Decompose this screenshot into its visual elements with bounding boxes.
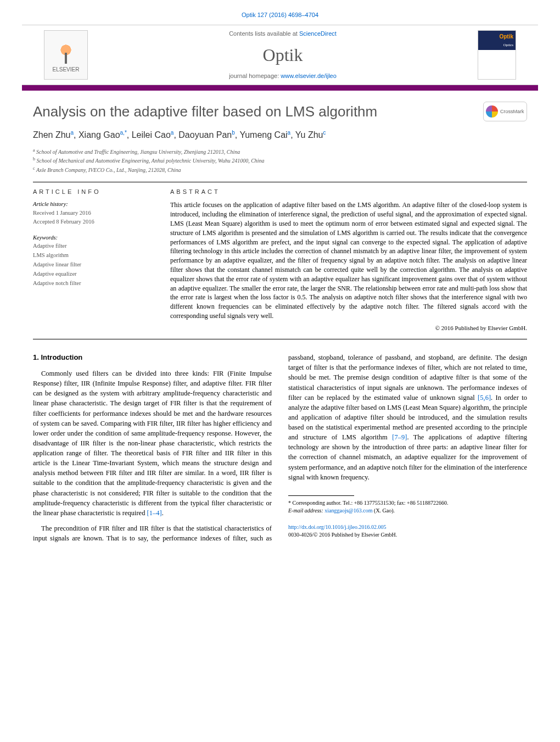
ref-7-9[interactable]: [7–9] — [392, 433, 407, 441]
affiliation: b School of Mechanical and Automotive En… — [33, 156, 527, 165]
crossmark-label: CrossMark — [500, 108, 524, 115]
keyword: LMS algorithm — [33, 251, 154, 260]
history-received: Received 1 January 2016 — [33, 209, 154, 217]
elsevier-text: ELSEVIER — [53, 66, 80, 74]
authors-line: Zhen Zhua, Xiang Gaoa,*, Leilei Caoa, Da… — [33, 129, 527, 142]
history-accepted: Accepted 8 February 2016 — [33, 217, 154, 226]
ref-5-6[interactable]: [5,6] — [478, 394, 491, 401]
intro-p1-text: Commonly used filters can be divided int… — [33, 370, 272, 517]
crossmark-badge[interactable]: CrossMark — [483, 102, 527, 121]
intro-p1: Commonly used filters can be divided int… — [33, 369, 272, 518]
accent-bar — [22, 85, 538, 91]
keywords-title: Keywords: — [33, 234, 154, 242]
keyword: Adaptive filter — [33, 242, 154, 251]
article-history: Article history: Received 1 January 2016… — [33, 200, 154, 226]
divider-top — [33, 182, 527, 182]
keyword: Adaptive equalizer — [33, 270, 154, 279]
keyword: Adaptive notch filter — [33, 279, 154, 288]
footnote-rule — [288, 495, 354, 496]
abstract-copyright: © 2016 Published by Elsevier GmbH. — [170, 324, 527, 332]
homepage-link[interactable]: www.elsevier.de/ijleo — [281, 72, 337, 79]
footnotes: * Corresponding author. Tel.: +86 137755… — [288, 499, 527, 515]
intro-heading: 1. Introduction — [33, 353, 272, 363]
ref-1-4[interactable]: [1–4] — [147, 509, 162, 517]
affiliation: c Axle Branch Company, IVECO Co., Ltd., … — [33, 165, 527, 174]
doi-link[interactable]: http://dx.doi.org/10.1016/j.ijleo.2016.0… — [288, 524, 386, 530]
sciencedirect-link[interactable]: ScienceDirect — [299, 30, 337, 37]
email-label: E-mail address: — [288, 507, 324, 514]
issn-copyright: 0030-4026/© 2016 Published by Elsevier G… — [288, 531, 527, 539]
abstract-label: abstract — [170, 188, 527, 196]
homepage-line: journal homepage: www.elsevier.de/ijleo — [88, 72, 478, 80]
journal-header: ELSEVIER Contents lists available at Sci… — [22, 25, 538, 85]
top-citation: Optik 127 (2016) 4698–4704 — [0, 0, 560, 25]
history-title: Article history: — [33, 200, 154, 209]
elsevier-tree-icon — [55, 36, 77, 64]
journal-name: Optik — [88, 43, 478, 68]
keywords-block: Keywords: Adaptive filterLMS algorithmAd… — [33, 234, 154, 288]
elsevier-logo: ELSEVIER — [44, 30, 88, 80]
corresponding-author: * Corresponding author. Tel.: +86 137755… — [288, 499, 527, 507]
contents-pre: Contents lists available at — [229, 30, 299, 37]
contents-line: Contents lists available at ScienceDirec… — [88, 30, 478, 38]
doi-block: http://dx.doi.org/10.1016/j.ijleo.2016.0… — [288, 523, 527, 539]
email-link[interactable]: xianggaojs@163.com — [324, 507, 372, 514]
keyword: Adaptive linear filter — [33, 260, 154, 270]
affiliation: a School of Automotive and Traffic Engin… — [33, 147, 527, 156]
crossmark-icon — [486, 105, 498, 118]
affiliations: a School of Automotive and Traffic Engin… — [33, 147, 527, 174]
homepage-pre: journal homepage: — [229, 72, 281, 79]
article-info-label: article info — [33, 188, 154, 196]
intro-p1-tail: . — [162, 509, 164, 517]
cover-title: Optik — [478, 31, 516, 43]
email-tail: (X. Gao). — [373, 507, 395, 514]
divider-bottom — [33, 339, 527, 339]
abstract-text: This article focuses on the application … — [170, 200, 527, 320]
article-title: Analysis on the adaptive filter based on… — [33, 102, 483, 121]
journal-cover: Optik Optics — [478, 30, 516, 80]
cover-subtitle: Optics — [478, 43, 516, 48]
email-line: E-mail address: xianggaojs@163.com (X. G… — [288, 507, 527, 515]
body-columns: 1. Introduction Commonly used filters ca… — [33, 353, 527, 543]
